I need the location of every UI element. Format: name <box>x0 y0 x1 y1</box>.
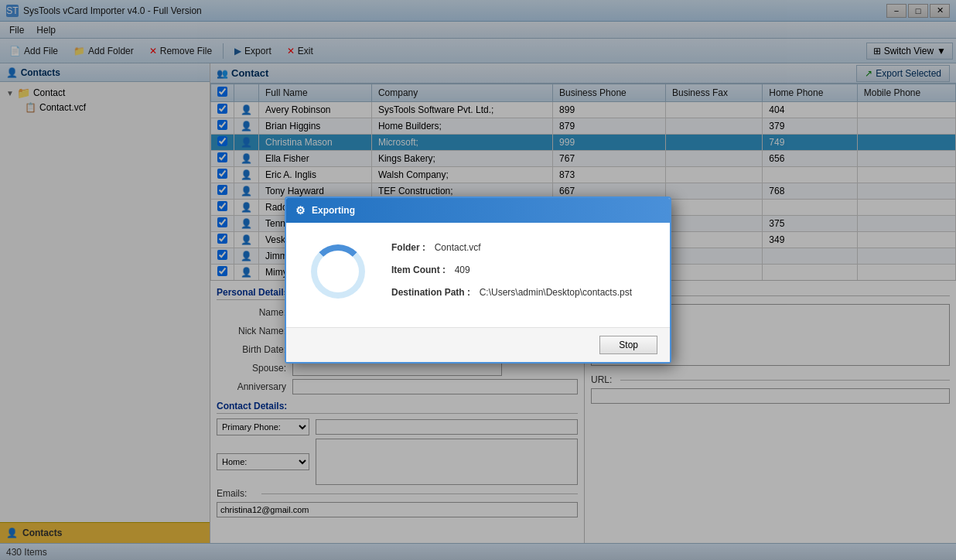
modal-header: ⚙ Exporting <box>286 198 670 223</box>
modal-icon: ⚙ <box>295 204 306 217</box>
exporting-modal: ⚙ Exporting Folder : Contact.vcf Item Co… <box>285 196 671 364</box>
item-count-row: Item Count : 409 <box>391 264 645 275</box>
spinner-ring <box>311 244 365 299</box>
modal-overlay: ⚙ Exporting Folder : Contact.vcf Item Co… <box>0 0 956 560</box>
folder-value: Contact.vcf <box>435 242 481 253</box>
modal-title: Exporting <box>312 205 355 216</box>
dest-label: Destination Path : <box>391 287 470 298</box>
stop-button[interactable]: Stop <box>599 336 657 354</box>
item-count-value: 409 <box>455 265 470 275</box>
dest-value: C:\Users\admin\Desktop\contacts.pst <box>480 287 632 298</box>
folder-row: Folder : Contact.vcf <box>391 241 645 253</box>
modal-body: Folder : Contact.vcf Item Count : 409 De… <box>286 223 670 327</box>
item-count-label: Item Count : <box>391 265 446 275</box>
folder-label: Folder : <box>391 242 425 253</box>
dest-path-row: Destination Path : C:\Users\admin\Deskto… <box>391 286 645 298</box>
modal-spinner <box>311 244 373 306</box>
modal-info: Folder : Contact.vcf Item Count : 409 De… <box>391 241 645 309</box>
modal-footer: Stop <box>286 327 670 362</box>
